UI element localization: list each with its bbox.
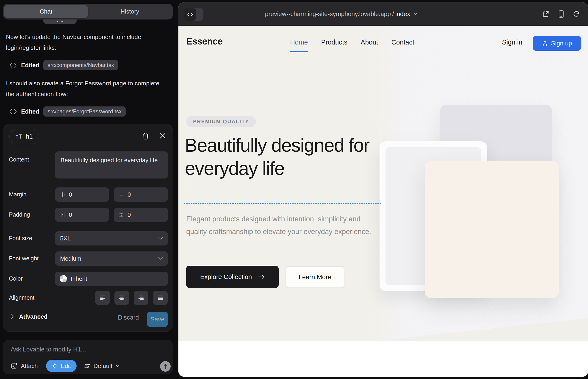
preview-domain: preview--charming-site-symphony.lovable.… — [265, 11, 391, 18]
site-hero-section: Essence Home Products About Contact Sign… — [178, 26, 588, 341]
code-preview-toggle[interactable] — [184, 8, 203, 21]
scrolled-badge-partial — [43, 19, 77, 24]
close-editor-button[interactable] — [159, 132, 166, 139]
lovable-side-panel: Chat History Now let's update the Navbar… — [0, 0, 174, 379]
mode-selector[interactable]: Default — [84, 363, 120, 370]
site-next-section — [178, 341, 588, 377]
site-navbar: Essence Home Products About Contact Sign… — [178, 26, 588, 60]
chat-composer: Ask Lovable to modify H1... Attach Edit … — [3, 340, 173, 374]
margin-x-input[interactable]: 0 — [55, 188, 109, 202]
font-weight-select[interactable]: Medium — [55, 252, 168, 266]
typography-icon: тT — [15, 133, 22, 140]
code-icon — [9, 63, 17, 68]
send-button[interactable] — [160, 361, 171, 372]
margin-y-icon — [118, 191, 124, 198]
color-swatch — [60, 275, 67, 283]
tab-history[interactable]: History — [88, 5, 172, 18]
padding-label: Padding — [9, 211, 30, 218]
chat-message: I should also create a Forgot Password p… — [6, 78, 164, 100]
delete-element-button[interactable] — [142, 132, 149, 140]
chat-message: Now let's update the Navbar component to… — [6, 32, 164, 53]
hero-description: Elegant products designed with intention… — [186, 213, 372, 238]
preview-path: index — [395, 11, 410, 18]
user-icon — [542, 40, 548, 46]
content-label: Content — [9, 156, 29, 163]
hero-headline[interactable]: Beautifully designed for everyday life — [185, 134, 377, 180]
align-justify-button[interactable] — [153, 291, 168, 305]
selected-element-chip[interactable]: тT h1 — [9, 129, 39, 144]
font-weight-value: Medium — [60, 255, 81, 262]
advanced-label: Advanced — [19, 313, 47, 320]
refresh-icon[interactable] — [573, 11, 580, 17]
padding-x-value: 0 — [69, 211, 72, 218]
edited-label: Edited — [21, 108, 39, 115]
preview-toolbar: preview--charming-site-symphony.lovable.… — [178, 2, 588, 26]
site-logo[interactable]: Essence — [186, 36, 223, 47]
composer-input[interactable]: Ask Lovable to modify H1... — [11, 346, 86, 353]
attach-button[interactable]: Attach — [11, 363, 38, 370]
margin-x-value: 0 — [69, 191, 72, 198]
font-weight-label: Font weight — [9, 255, 39, 262]
element-tag: h1 — [26, 133, 33, 140]
font-size-select[interactable]: 5XL — [55, 231, 168, 245]
advanced-toggle[interactable]: Advanced — [11, 313, 47, 320]
save-button[interactable]: Save — [147, 312, 168, 327]
discard-button[interactable]: Discard — [118, 314, 139, 321]
edited-file-badge[interactable]: src/components/Navbar.tsx — [43, 60, 118, 70]
code-icon — [9, 109, 17, 114]
mode-label: Default — [93, 363, 112, 370]
edited-file-row: Edited src/pages/ForgotPassword.tsx — [9, 107, 126, 117]
mobile-view-icon[interactable] — [558, 10, 564, 18]
target-icon — [52, 363, 58, 369]
margin-label: Margin — [9, 191, 26, 198]
font-size-label: Font size — [9, 235, 32, 242]
nav-link-home[interactable]: Home — [290, 39, 308, 46]
padding-y-input[interactable]: 0 — [114, 208, 168, 222]
margin-x-icon — [60, 191, 66, 198]
code-view-icon — [184, 8, 196, 21]
edit-label: Edit — [61, 363, 71, 370]
sign-up-label: Sign up — [551, 40, 572, 47]
edit-mode-button[interactable]: Edit — [46, 360, 77, 372]
align-center-button[interactable] — [114, 291, 129, 305]
color-value: Inherit — [71, 275, 87, 283]
edited-file-badge[interactable]: src/pages/ForgotPassword.tsx — [43, 107, 126, 117]
preview-url[interactable]: preview--charming-site-symphony.lovable.… — [265, 2, 418, 26]
premium-quality-badge: PREMIUM QUALITY — [186, 116, 256, 127]
learn-more-button[interactable]: Learn More — [286, 266, 344, 288]
nav-link-contact[interactable]: Contact — [391, 39, 414, 46]
explore-collection-button[interactable]: Explore Collection — [186, 266, 279, 288]
margin-y-input[interactable]: 0 — [114, 188, 168, 202]
url-separator: / — [392, 11, 394, 18]
open-in-new-tab-icon[interactable] — [542, 10, 549, 18]
sign-in-link[interactable]: Sign in — [502, 39, 522, 46]
hero-diagonal-accent — [376, 315, 588, 341]
align-right-button[interactable] — [134, 291, 148, 305]
chevron-down-icon — [158, 257, 163, 260]
alignment-label: Alignment — [9, 294, 34, 301]
sign-up-button[interactable]: Sign up — [533, 36, 581, 51]
hero-image-card-front — [425, 161, 559, 298]
nav-link-about[interactable]: About — [361, 39, 378, 46]
preview-window: preview--charming-site-symphony.lovable.… — [178, 2, 588, 377]
attach-label: Attach — [21, 363, 38, 370]
font-size-value: 5XL — [60, 235, 71, 242]
chevron-down-icon — [158, 237, 163, 240]
color-select[interactable]: Inherit — [55, 272, 168, 286]
tab-chat[interactable]: Chat — [4, 5, 88, 18]
padding-x-input[interactable]: 0 — [55, 208, 109, 222]
align-left-button[interactable] — [95, 291, 110, 305]
chevron-right-icon — [11, 314, 14, 319]
content-input[interactable]: Beautifully designed for everyday life — [55, 151, 168, 178]
padding-x-icon — [60, 212, 66, 218]
chat-history-tabbar: Chat History — [3, 4, 173, 19]
chevron-down-icon — [116, 364, 120, 367]
padding-y-value: 0 — [127, 211, 131, 218]
edited-file-row: Edited src/components/Navbar.tsx — [9, 60, 118, 70]
sliders-icon — [84, 363, 90, 369]
chevron-down-icon — [413, 13, 417, 15]
color-label: Color — [9, 275, 23, 282]
cta-primary-label: Explore Collection — [200, 273, 252, 281]
padding-y-icon — [118, 212, 124, 218]
nav-link-products[interactable]: Products — [321, 39, 347, 46]
